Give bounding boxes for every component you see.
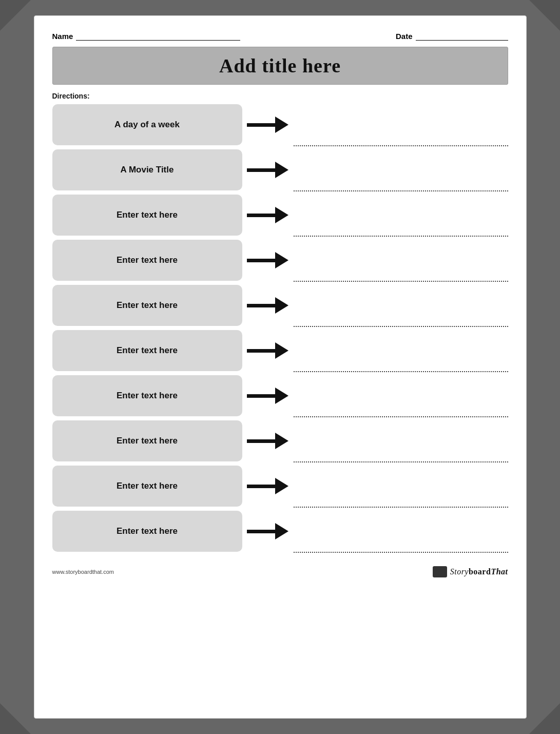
arrow-shape-6	[247, 342, 288, 359]
dotted-line-10	[294, 552, 508, 553]
match-row-5: Enter text here	[52, 285, 508, 326]
arrow-8	[242, 433, 294, 449]
arrow-head-9	[275, 478, 288, 494]
left-box-5[interactable]: Enter text here	[52, 285, 242, 326]
arrow-head-6	[275, 342, 288, 359]
dotted-line-8	[294, 461, 508, 462]
name-label: Name	[52, 32, 73, 41]
date-label: Date	[396, 32, 413, 41]
match-row-3: Enter text here	[52, 195, 508, 236]
match-row-block-4: Enter text here	[52, 240, 508, 283]
arrow-shape-9	[247, 478, 288, 494]
left-box-text-4: Enter text here	[108, 251, 186, 269]
arrow-2	[242, 162, 294, 178]
arrow-head-7	[275, 388, 288, 404]
left-box-4[interactable]: Enter text here	[52, 240, 242, 281]
left-box-2[interactable]: A Movie Title	[52, 149, 242, 190]
match-row-block-1: A day of a week	[52, 104, 508, 147]
match-row-block-3: Enter text here	[52, 195, 508, 238]
match-row-block-2: A Movie Title	[52, 149, 508, 192]
arrow-9	[242, 478, 294, 494]
header-row: Name Date	[52, 31, 508, 42]
left-box-text-9: Enter text here	[108, 477, 186, 495]
arrow-shape-4	[247, 252, 288, 268]
dotted-line-7	[294, 416, 508, 417]
left-box-text-10: Enter text here	[108, 522, 186, 540]
name-field: Name	[52, 31, 241, 41]
logo-text: StoryboardThat	[450, 567, 508, 576]
footer: www.storyboardthat.com StoryboardThat	[52, 564, 508, 577]
arrow-shape-2	[247, 162, 288, 178]
left-box-1[interactable]: A day of a week	[52, 104, 242, 145]
left-box-text-8: Enter text here	[108, 432, 186, 450]
worksheet-title: Add title here	[219, 55, 341, 76]
storyboard-logo-icon	[433, 566, 447, 577]
left-box-text-1: A day of a week	[106, 115, 188, 134]
arrow-line-4	[247, 259, 275, 262]
date-underline	[416, 31, 508, 41]
arrow-7	[242, 388, 294, 404]
dotted-line-5	[294, 326, 508, 327]
arrow-3	[242, 207, 294, 223]
left-box-10[interactable]: Enter text here	[52, 511, 242, 552]
match-row-1: A day of a week	[52, 104, 508, 145]
dotted-line-3	[294, 236, 508, 237]
match-row-block-6: Enter text here	[52, 330, 508, 373]
arrow-line-6	[247, 349, 275, 353]
corner-decoration-bl	[0, 703, 31, 734]
left-box-7[interactable]: Enter text here	[52, 375, 242, 416]
match-row-8: Enter text here	[52, 420, 508, 461]
arrow-line-5	[247, 304, 275, 307]
left-box-text-6: Enter text here	[108, 341, 186, 360]
left-box-6[interactable]: Enter text here	[52, 330, 242, 371]
worksheet-sheet: Name Date Add title here Directions: A d…	[34, 15, 527, 719]
items-list: A day of a week A Movie Title	[52, 104, 508, 556]
arrow-line-3	[247, 214, 275, 217]
arrow-10	[242, 523, 294, 539]
match-row-block-8: Enter text here	[52, 420, 508, 463]
dotted-line-9	[294, 507, 508, 508]
footer-logo: StoryboardThat	[433, 566, 508, 577]
match-row-2: A Movie Title	[52, 149, 508, 190]
arrow-line-7	[247, 394, 275, 398]
dotted-line-4	[294, 281, 508, 282]
left-box-text-3: Enter text here	[108, 206, 186, 224]
arrow-4	[242, 252, 294, 268]
left-box-9[interactable]: Enter text here	[52, 466, 242, 507]
title-bar[interactable]: Add title here	[52, 47, 508, 85]
date-field: Date	[396, 31, 508, 41]
arrow-shape-3	[247, 207, 288, 223]
match-row-block-7: Enter text here	[52, 375, 508, 418]
left-box-text-7: Enter text here	[108, 387, 186, 405]
arrow-head-1	[275, 117, 288, 133]
arrow-head-3	[275, 207, 288, 223]
arrow-line-9	[247, 485, 275, 488]
match-row-block-5: Enter text here	[52, 285, 508, 328]
arrow-shape-10	[247, 523, 288, 539]
arrow-head-5	[275, 297, 288, 314]
arrow-1	[242, 117, 294, 133]
arrow-5	[242, 297, 294, 314]
match-row-block-9: Enter text here	[52, 466, 508, 509]
arrow-line-1	[247, 123, 275, 127]
left-box-8[interactable]: Enter text here	[52, 420, 242, 461]
dotted-line-1	[294, 145, 508, 146]
arrow-shape-8	[247, 433, 288, 449]
dotted-line-6	[294, 371, 508, 372]
name-underline	[76, 31, 240, 41]
arrow-shape-7	[247, 388, 288, 404]
arrow-head-10	[275, 523, 288, 539]
footer-url: www.storyboardthat.com	[52, 569, 114, 575]
directions-label: Directions:	[52, 92, 508, 100]
match-row-7: Enter text here	[52, 375, 508, 416]
left-box-text-2: A Movie Title	[112, 161, 182, 179]
match-row-block-10: Enter text here	[52, 511, 508, 554]
arrow-shape-5	[247, 297, 288, 314]
corner-decoration-br	[529, 703, 560, 734]
page-wrapper: Name Date Add title here Directions: A d…	[0, 0, 560, 734]
arrow-shape-1	[247, 117, 288, 133]
match-row-4: Enter text here	[52, 240, 508, 281]
match-row-9: Enter text here	[52, 466, 508, 507]
arrow-head-8	[275, 433, 288, 449]
left-box-3[interactable]: Enter text here	[52, 195, 242, 236]
